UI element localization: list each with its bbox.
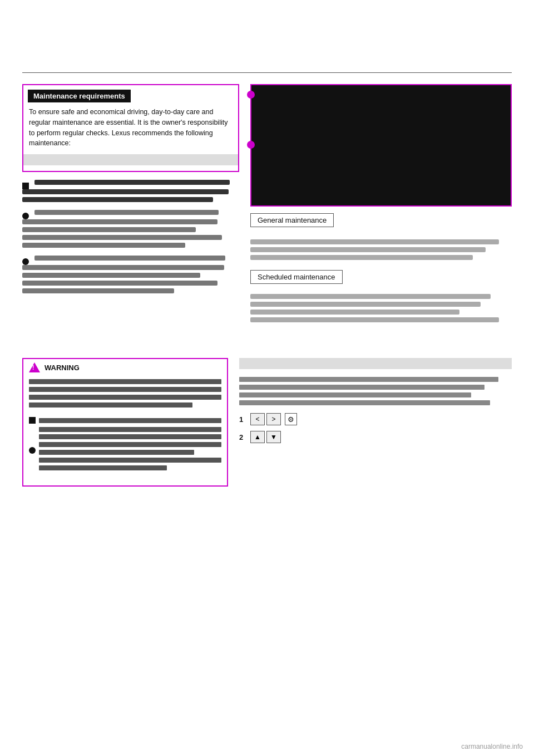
right-lower-bar: [239, 358, 512, 369]
warning-line-10: [39, 458, 221, 463]
warning-line-4: [29, 402, 192, 408]
warning-header: WARNING: [23, 359, 227, 376]
warning-box: WARNING: [22, 358, 228, 487]
general-maintenance-label: General maintenance: [250, 213, 334, 227]
warning-line-5: [39, 418, 221, 423]
maint-req-section-bar: [23, 154, 238, 165]
right-lower: 1 < > ⚙ 2 ▲ ▼: [239, 358, 512, 487]
warning-title: WARNING: [44, 364, 80, 372]
nav-row-2: 2 ▲ ▼: [239, 431, 512, 443]
maint-req-body: To ensure safe and economical driving, d…: [23, 102, 238, 154]
image-bullet-mid: [247, 141, 255, 149]
left-column: Maintenance requirements To ensure safe …: [22, 84, 239, 330]
page-container: Maintenance requirements To ensure safe …: [0, 0, 534, 756]
main-content: Maintenance requirements To ensure safe …: [0, 73, 534, 330]
top-space: [0, 0, 534, 72]
nav-row-1: 1 < > ⚙: [239, 413, 512, 425]
warning-line-2: [29, 387, 221, 392]
warning-line-9: [39, 450, 194, 455]
lower-section: WARNING: [0, 341, 534, 498]
gen-maint-text: [250, 239, 512, 260]
nav-right-button[interactable]: >: [266, 413, 281, 425]
left-text-block-3: [22, 256, 239, 293]
watermark: carmanualonline.info: [461, 743, 523, 750]
maint-req-text: To ensure safe and economical driving, d…: [29, 108, 228, 147]
rl-line-1: [239, 377, 498, 382]
right-lower-text-1: [239, 377, 512, 405]
warning-line-11: [39, 465, 167, 470]
warning-line-8: [39, 442, 221, 447]
square-bullet-1: [22, 183, 29, 189]
image-box: [250, 84, 512, 207]
nav-row-2-number: 2: [239, 433, 250, 441]
warning-line-7: [39, 434, 221, 439]
sched-maint-wrapper: Scheduled maintenance: [250, 270, 512, 294]
warning-body: [23, 376, 227, 480]
nav-down-button[interactable]: ▼: [266, 431, 281, 443]
left-lower: [22, 180, 239, 293]
nav-row-1-number: 1: [239, 415, 250, 424]
rl-line-4: [239, 400, 490, 405]
warning-line-3: [29, 395, 221, 400]
circle-bullet-1: [22, 213, 29, 219]
warning-line-1: [29, 379, 221, 384]
warning-square-bullet-1: [29, 417, 36, 424]
gear-icon: ⚙: [285, 413, 297, 425]
image-bullet-top: [247, 91, 255, 99]
nav-left-button[interactable]: <: [250, 413, 265, 425]
right-column: 6 General maintenance Scheduled maintena…: [250, 84, 512, 330]
nav-up-button[interactable]: ▲: [250, 431, 265, 443]
warning-line-6: [39, 427, 221, 432]
left-text-block-2: [22, 210, 239, 248]
rl-line-3: [239, 392, 471, 397]
sched-maint-text: [250, 294, 512, 322]
rl-line-2: [239, 385, 484, 390]
maint-req-title: Maintenance requirements: [28, 90, 131, 102]
warning-circle-bullet-1: [29, 447, 36, 454]
circle-bullet-2: [22, 258, 29, 265]
scheduled-maintenance-label: Scheduled maintenance: [250, 270, 343, 284]
left-text-block-1: [22, 180, 239, 202]
maintenance-requirements-box: Maintenance requirements To ensure safe …: [22, 84, 239, 172]
warning-triangle-icon: [29, 362, 40, 372]
